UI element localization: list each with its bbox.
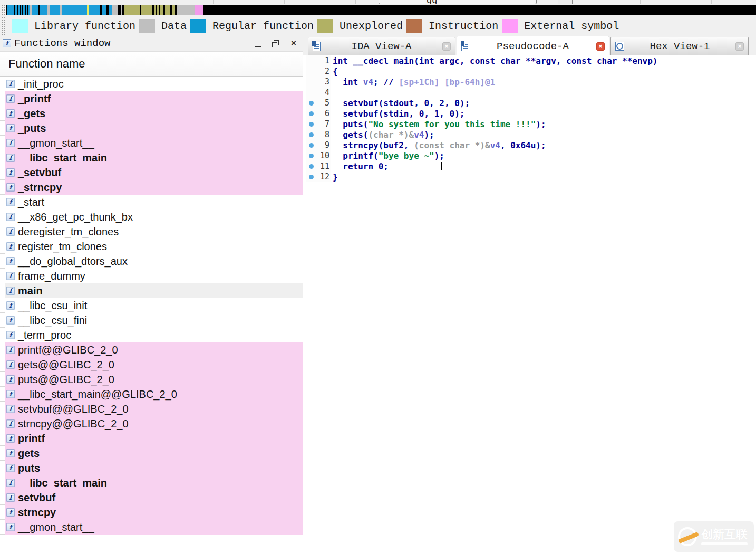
function-name: gets: [18, 447, 40, 460]
code-line: 10 printf("bye bye ~");: [306, 150, 658, 161]
row-gutter: [0, 224, 5, 239]
function-row[interactable]: fsetvbuf: [0, 490, 303, 505]
breakpoint-cell[interactable]: [306, 129, 317, 140]
row-gutter: [0, 313, 5, 328]
line-marker-dot[interactable]: [309, 175, 314, 179]
function-row[interactable]: f__libc_csu_fini: [0, 313, 303, 328]
line-marker-dot[interactable]: [309, 122, 314, 127]
function-row[interactable]: f_puts: [0, 121, 303, 136]
function-row[interactable]: fderegister_tm_clones: [0, 224, 303, 239]
function-row[interactable]: fregister_tm_clones: [0, 239, 303, 254]
tab-hex-view-1[interactable]: Hex View-1×: [610, 37, 749, 55]
function-row[interactable]: f__x86_get_pc_thunk_bx: [0, 209, 303, 224]
line-marker-dot[interactable]: [309, 154, 314, 158]
row-gutter: [0, 372, 5, 387]
tab-close-icon[interactable]: ×: [596, 42, 605, 51]
function-row[interactable]: fprintf: [0, 431, 303, 446]
function-icon: f: [6, 464, 14, 472]
function-name-column-header[interactable]: Function name: [0, 51, 303, 77]
tab-close-icon[interactable]: ×: [442, 42, 451, 51]
breakpoint-cell[interactable]: [306, 140, 317, 150]
function-row[interactable]: fgets@@GLIBC_2_0: [0, 357, 303, 372]
pseudocode-view[interactable]: 1int __cdecl main(int argc, const char *…: [303, 55, 756, 553]
breakpoint-cell[interactable]: [306, 161, 317, 171]
navband-segment: [7, 5, 14, 15]
function-row[interactable]: fputs@@GLIBC_2_0: [0, 372, 303, 387]
line-marker-dot[interactable]: [309, 132, 314, 137]
breakpoint-cell[interactable]: [306, 108, 317, 119]
line-marker-dot[interactable]: [309, 111, 314, 116]
function-row[interactable]: fframe_dummy: [0, 269, 303, 283]
line-number: 7: [317, 119, 331, 129]
drag-grip-icon[interactable]: [1, 16, 6, 35]
function-row[interactable]: fstrncpy@@GLIBC_2_0: [0, 416, 303, 431]
row-gutter: [0, 357, 5, 372]
navigation-band[interactable]: [6, 5, 756, 15]
navband-segment: [195, 5, 203, 15]
function-row[interactable]: f_init_proc: [0, 77, 303, 91]
breakpoint-cell[interactable]: [306, 119, 317, 129]
function-name: __x86_get_pc_thunk_bx: [18, 211, 133, 223]
function-row[interactable]: fprintf@@GLIBC_2_0: [0, 342, 303, 357]
function-row[interactable]: f__gmon_start__: [0, 520, 303, 535]
function-icon: f: [6, 183, 14, 191]
function-row[interactable]: fputs: [0, 461, 303, 475]
legend-items: Library functionDataRegular functionUnex…: [12, 19, 623, 33]
function-row[interactable]: f__libc_csu_init: [0, 298, 303, 313]
tab-ida-view-a[interactable]: IDA View-A×: [308, 37, 455, 55]
drag-grip-icon[interactable]: [1, 4, 6, 16]
breakpoint-cell[interactable]: [306, 98, 317, 108]
toolbar-button[interactable]: [558, 0, 573, 4]
tab-close-icon[interactable]: ×: [735, 42, 744, 51]
navband-segment: [177, 5, 195, 15]
function-row[interactable]: fmain: [0, 283, 303, 298]
tab-label: IDA View-A: [321, 41, 442, 52]
breakpoint-cell[interactable]: [306, 150, 317, 161]
row-gutter: [0, 475, 5, 490]
function-row[interactable]: f__gmon_start__: [0, 136, 303, 150]
function-name: __gmon_start__: [18, 137, 94, 149]
function-name: _printf: [18, 93, 51, 105]
line-marker-dot[interactable]: [309, 143, 314, 148]
row-gutter: [0, 150, 5, 165]
code-text: printf("bye bye ~");: [331, 151, 444, 161]
function-row[interactable]: f__do_global_dtors_aux: [0, 254, 303, 269]
function-row[interactable]: f__libc_start_main@@GLIBC_2_0: [0, 387, 303, 402]
row-gutter: [0, 283, 5, 298]
function-row[interactable]: f_start: [0, 195, 303, 209]
breakpoint-cell[interactable]: [306, 171, 317, 182]
restore-button[interactable]: [272, 40, 279, 47]
function-row[interactable]: f__libc_start_main: [0, 475, 303, 490]
toolbar-dropdown[interactable]: gg: [379, 0, 537, 4]
code-line: 5 setvbuf(stdout, 0, 2, 0);: [306, 98, 658, 108]
functions-window-titlebar: f Functions window ×: [0, 35, 303, 51]
watermark-logo-icon: [678, 527, 697, 546]
row-gutter: [0, 446, 5, 461]
line-number: 6: [317, 108, 331, 119]
function-name: strncpy@@GLIBC_2_0: [18, 418, 129, 430]
ida-main-window: gg Library functionDataRegular functionU…: [0, 0, 756, 553]
function-row[interactable]: f__libc_start_main: [0, 150, 303, 165]
line-marker-dot[interactable]: [309, 164, 314, 169]
line-number: 1: [317, 55, 331, 66]
function-row[interactable]: f_term_proc: [0, 328, 303, 342]
line-marker-dot[interactable]: [309, 101, 314, 106]
function-row[interactable]: fsetvbuf@@GLIBC_2_0: [0, 402, 303, 416]
maximize-button[interactable]: [255, 41, 261, 47]
function-name: deregister_tm_clones: [18, 226, 119, 238]
line-number: 2: [317, 66, 331, 77]
function-row[interactable]: fgets: [0, 446, 303, 461]
tab-pseudocode-a[interactable]: Pseudocode-A×: [457, 36, 609, 56]
function-row[interactable]: f_gets: [0, 106, 303, 121]
function-icon: f: [6, 227, 14, 235]
function-row[interactable]: fstrncpy: [0, 505, 303, 520]
breakpoint-cell: [306, 87, 317, 98]
function-row[interactable]: f_strncpy: [0, 180, 303, 195]
code-line: 1int __cdecl main(int argc, const char *…: [306, 55, 658, 66]
function-name: puts@@GLIBC_2_0: [18, 374, 114, 386]
function-row[interactable]: f_printf: [0, 91, 303, 106]
function-name: _init_proc: [18, 78, 64, 90]
function-row[interactable]: f_setvbuf: [0, 165, 303, 180]
close-button[interactable]: ×: [290, 40, 297, 47]
navband-segment: [112, 5, 118, 15]
